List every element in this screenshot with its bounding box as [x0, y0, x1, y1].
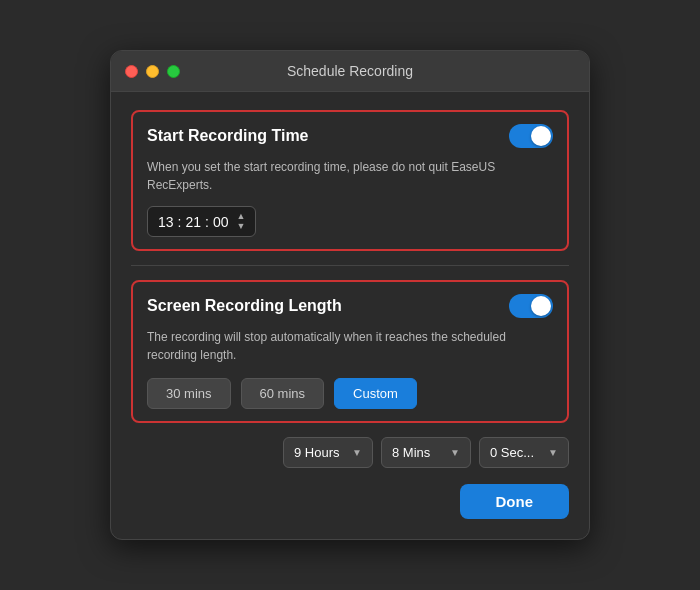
- mins-chevron-icon: ▼: [450, 447, 460, 458]
- section-divider: [131, 265, 569, 266]
- screen-recording-toggle[interactable]: [509, 294, 553, 318]
- minimize-button[interactable]: [146, 65, 159, 78]
- toggle-knob: [531, 126, 551, 146]
- 30mins-button[interactable]: 30 mins: [147, 378, 231, 409]
- title-bar: Schedule Recording: [111, 51, 589, 92]
- start-recording-section: Start Recording Time When you set the st…: [131, 110, 569, 251]
- time-colon-1: :: [178, 214, 182, 230]
- close-button[interactable]: [125, 65, 138, 78]
- traffic-lights: [125, 65, 180, 78]
- start-recording-toggle[interactable]: [509, 124, 553, 148]
- duration-buttons-row: 30 mins 60 mins Custom: [147, 378, 553, 409]
- time-colon-2: :: [205, 214, 209, 230]
- mins-select[interactable]: 8 Mins ▼: [381, 437, 471, 468]
- sec-select-label: 0 Sec...: [490, 445, 543, 460]
- start-recording-title: Start Recording Time: [147, 127, 309, 145]
- start-recording-description: When you set the start recording time, p…: [147, 158, 553, 194]
- screen-recording-section: Screen Recording Length The recording wi…: [131, 280, 569, 423]
- window-title: Schedule Recording: [287, 63, 413, 79]
- done-row: Done: [131, 484, 569, 519]
- time-minutes: 21: [185, 214, 201, 230]
- schedule-recording-window: Schedule Recording Start Recording Time …: [110, 50, 590, 540]
- time-hours: 13: [158, 214, 174, 230]
- time-input-row: 13 : 21 : 00 ▲ ▼: [147, 206, 553, 237]
- screen-recording-description: The recording will stop automatically wh…: [147, 328, 553, 364]
- start-recording-header: Start Recording Time: [147, 124, 553, 148]
- 60mins-button[interactable]: 60 mins: [241, 378, 325, 409]
- hours-select-label: 9 Hours: [294, 445, 347, 460]
- sec-chevron-icon: ▼: [548, 447, 558, 458]
- screen-recording-header: Screen Recording Length: [147, 294, 553, 318]
- time-seconds: 00: [213, 214, 229, 230]
- toggle-knob-2: [531, 296, 551, 316]
- main-content: Start Recording Time When you set the st…: [111, 92, 589, 539]
- time-spinner[interactable]: ▲ ▼: [237, 212, 246, 231]
- screen-recording-title: Screen Recording Length: [147, 297, 342, 315]
- mins-select-label: 8 Mins: [392, 445, 445, 460]
- sec-select[interactable]: 0 Sec... ▼: [479, 437, 569, 468]
- spinner-down-icon[interactable]: ▼: [237, 222, 246, 231]
- hours-chevron-icon: ▼: [352, 447, 362, 458]
- hours-select[interactable]: 9 Hours ▼: [283, 437, 373, 468]
- time-display[interactable]: 13 : 21 : 00 ▲ ▼: [147, 206, 256, 237]
- custom-button[interactable]: Custom: [334, 378, 417, 409]
- custom-selects-row: 9 Hours ▼ 8 Mins ▼ 0 Sec... ▼: [131, 437, 569, 468]
- spinner-up-icon[interactable]: ▲: [237, 212, 246, 221]
- done-button[interactable]: Done: [460, 484, 570, 519]
- maximize-button[interactable]: [167, 65, 180, 78]
